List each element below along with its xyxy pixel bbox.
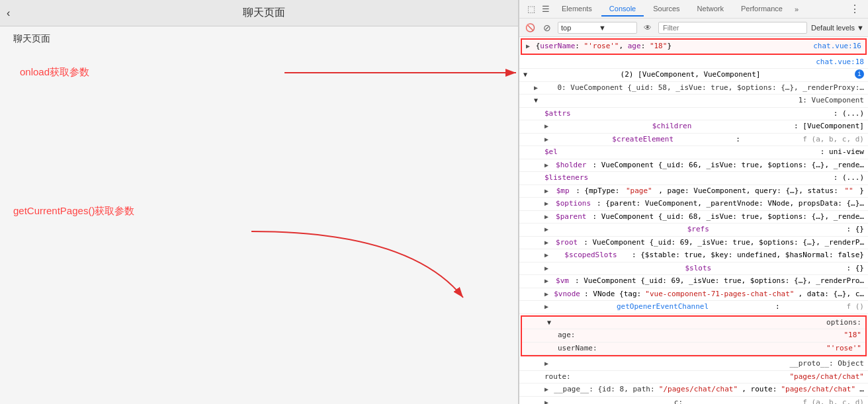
console-line-1: ▼ 1: VueComponent [519, 95, 868, 108]
left-panel: ‹ 聊天页面 聊天页面 onload获取参数 getCurrentPages()… [0, 0, 519, 404]
triangle-vm[interactable]: ▶ [544, 276, 548, 287]
tab-sources[interactable]: Sources [645, 2, 687, 17]
triangle-vuearray[interactable]: ▼ [523, 69, 527, 81]
tab-console[interactable]: Console [601, 2, 644, 17]
console-line-attrs: $attrs: (...) [519, 108, 868, 121]
default-levels[interactable]: Default levels ▼ [811, 24, 864, 32]
back-arrow[interactable]: ‹ [7, 7, 10, 19]
triangle-root[interactable]: ▶ [544, 237, 548, 249]
console-line-listeners: $listeners: (...) [519, 172, 868, 185]
console-line-blank: chat.vue:18 [519, 56, 868, 69]
file-ref-2[interactable]: chat.vue:18 [816, 57, 864, 68]
console-line-vnode: ▶ $vnode: VNode {tag: "vue-component-71-… [519, 288, 868, 302]
devtools-menu-icon[interactable]: ⋮ [847, 3, 863, 15]
triangle-opener[interactable]: ▶ [544, 302, 548, 313]
console-line-vm: ▶ $vm: VueComponent {_uid: 69, _isVue: t… [519, 275, 868, 288]
inspect-icon[interactable]: ⬚ [525, 3, 538, 16]
val-age: "18" [650, 42, 668, 50]
left-content: 聊天页面 onload获取参数 getCurrentPages()获取参数 [0, 26, 518, 404]
console-line-options-prop: ▶ $options: {parent: VueComponent, _pare… [519, 198, 868, 211]
console-line-holder: ▶ $holder: VueComponent {_uid: 66, _isVu… [519, 159, 868, 173]
triangle-create[interactable]: ▶ [544, 134, 548, 145]
console-line-refs: ▶ $refs: {} [519, 223, 868, 237]
filter-input[interactable] [658, 22, 807, 34]
key-age: age [628, 42, 641, 50]
triangle-scoped[interactable]: ▶ [544, 250, 548, 261]
triangle-icon[interactable]: ▶ [526, 42, 530, 50]
info-icon: i [855, 69, 864, 79]
console-line-page: ▶ __page__: {id: 8, path: "/pages/chat/c… [519, 384, 868, 397]
triangle-proto[interactable]: ▶ [544, 358, 548, 370]
tab-elements[interactable]: Elements [554, 2, 600, 17]
console-line-proto: ▶ __proto__: Object [519, 358, 868, 371]
console-line-children: ▶ $children: [VueComponent] [519, 120, 868, 134]
triangle-options-prop[interactable]: ▶ [544, 198, 548, 210]
console-line-root: ▶ $root: VueComponent {_uid: 69, _isVue:… [519, 237, 868, 250]
devtools-panel: ⬚ ☰ Elements Console Sources Network Per… [519, 0, 868, 404]
page-title: 聊天页面 [17, 6, 511, 20]
key-username: userName [540, 42, 575, 50]
clear-console-icon[interactable]: 🚫 [523, 21, 537, 34]
triangle-refs[interactable]: ▶ [544, 224, 548, 235]
triangle-holder[interactable]: ▶ [544, 160, 548, 171]
options-highlighted-block: ▼ options: age: "18" userName: "'rose'" [521, 315, 867, 357]
triangle-c[interactable]: ▶ [544, 397, 548, 405]
annotation-getcurrent: getCurrentPages()获取参数 [13, 205, 134, 218]
console-line-content: ▶ {userName: "'rose'", age: "18"} [526, 41, 672, 52]
val-username: "'rose'" [584, 42, 619, 50]
annotation-onload: onload获取参数 [20, 66, 89, 79]
console-toolbar: 🚫 ⊘ top ▼ 👁 Default levels ▼ [519, 19, 868, 37]
console-line-vuearray: ▼ (2) [VueComponent, VueComponent] i [519, 69, 868, 82]
sidebar-title: 聊天页面 [13, 33, 505, 45]
eye-icon[interactable]: 👁 [641, 21, 654, 34]
console-line-mp: ▶ $mp: {mpType: "page", page: VueCompone… [519, 185, 868, 198]
console-content: ▶ {userName: "'rose'", age: "18"} chat.v… [519, 37, 868, 404]
triangle-mp[interactable]: ▶ [544, 186, 548, 197]
more-tabs-icon[interactable]: » [792, 5, 801, 13]
console-line-age: age: "18" [522, 329, 865, 343]
arrow-getcurrent [132, 218, 529, 311]
triangle-parent[interactable]: ▶ [544, 212, 548, 223]
console-line-el: $el: uni-view [519, 146, 868, 159]
block-icon[interactable]: ⊘ [541, 21, 554, 34]
file-ref-1[interactable]: chat.vue:16 [813, 41, 861, 52]
devtools-topbar: ⬚ ☰ Elements Console Sources Network Per… [519, 0, 868, 19]
tab-network[interactable]: Network [689, 2, 732, 17]
triangle-page[interactable]: ▶ [544, 384, 548, 395]
console-line-options-key: ▼ options: [522, 317, 865, 330]
console-line-username-object: ▶ {userName: "'rose'", age: "18"} chat.v… [521, 38, 867, 55]
console-line-scoped: ▶ $scopedSlots: {$stable: true, $key: un… [519, 249, 868, 263]
console-line-route: route: "pages/chat/chat" [519, 371, 868, 384]
context-selector[interactable]: top ▼ [558, 22, 637, 34]
triangle-slots[interactable]: ▶ [544, 263, 548, 274]
triangle-0[interactable]: ▶ [534, 83, 538, 94]
tab-performance[interactable]: Performance [733, 2, 791, 17]
triangle-vnode[interactable]: ▶ [544, 289, 548, 300]
arrow-onload [165, 63, 523, 89]
dropdown-icon: ▼ [599, 24, 634, 32]
mobile-icon[interactable]: ☰ [539, 3, 552, 16]
triangle-children[interactable]: ▶ [544, 121, 548, 132]
console-line-parent: ▶ $parent: VueComponent {_uid: 68, _isVu… [519, 211, 868, 224]
top-bar: ‹ 聊天页面 [0, 0, 518, 26]
console-line-username: userName: "'rose'" [522, 343, 865, 356]
console-line-opener: ▶ getOpenerEventChannel: f () [519, 301, 868, 314]
triangle-1[interactable]: ▼ [534, 95, 538, 106]
console-line-slots: ▶ $slots: {} [519, 263, 868, 276]
console-line-0: ▶ 0: VueComponent {_uid: 58, _isVue: tru… [519, 82, 868, 95]
console-line-c: ▶ _c: f (a, b, c, d) [519, 397, 868, 405]
triangle-options[interactable]: ▼ [547, 317, 551, 329]
console-line-create: ▶ $createElement: f (a, b, c, d) [519, 134, 868, 147]
